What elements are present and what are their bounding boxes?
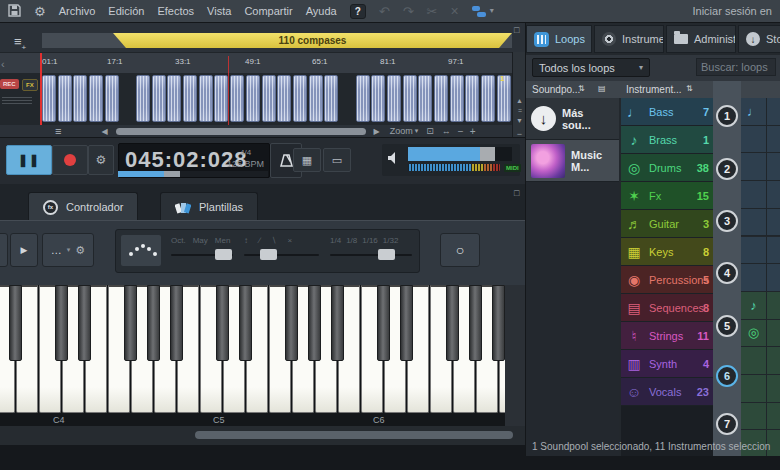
direction-symbol[interactable]: ↕: [244, 236, 248, 245]
tempo-value[interactable]: 125 BPM: [227, 159, 264, 169]
instrument-row-sequences[interactable]: ▤Sequences8: [621, 294, 713, 322]
loop-cell[interactable]: [741, 126, 767, 154]
audio-clip[interactable]: [434, 75, 448, 122]
direction-symbol[interactable]: ∖: [271, 236, 276, 245]
piano-key-black[interactable]: [239, 285, 252, 361]
menu-vista[interactable]: Vista: [207, 5, 231, 17]
audio-clip[interactable]: [481, 75, 495, 122]
soundpool-sort-icon[interactable]: ⇅: [578, 84, 585, 93]
keyboard-hscroll-thumb[interactable]: [195, 431, 513, 439]
record-button[interactable]: [52, 145, 88, 175]
speaker-icon[interactable]: [387, 151, 401, 165]
audio-clip[interactable]: [73, 75, 87, 122]
piano-key-black[interactable]: [377, 285, 390, 361]
audio-clip[interactable]: [183, 75, 197, 122]
preset-dropdown[interactable]: … ▾ ⚙: [42, 233, 94, 267]
arranger-maximize-icon[interactable]: □: [514, 25, 519, 35]
search-input[interactable]: Buscar: loops: [696, 58, 776, 76]
audio-clip[interactable]: [105, 75, 119, 122]
scale-slider[interactable]: [171, 254, 233, 256]
piano-view-button[interactable]: ▦: [293, 148, 321, 172]
piano-key-black[interactable]: [9, 285, 22, 361]
zoom-out-icon[interactable]: −: [458, 126, 464, 137]
instrument-row-vocals[interactable]: ☺Vocals23: [621, 378, 713, 406]
scroll-down-icon[interactable]: ▼: [516, 117, 523, 124]
loop-cell[interactable]: [741, 264, 767, 292]
instrument-row-percussions[interactable]: ◉Percussions5: [621, 266, 713, 294]
audio-clip[interactable]: [262, 75, 276, 122]
notevalue-slider[interactable]: [330, 254, 412, 256]
undo-icon[interactable]: ↶: [379, 5, 390, 18]
piano-key-black[interactable]: [285, 285, 298, 361]
audio-clip[interactable]: [42, 75, 56, 122]
song-progress[interactable]: [118, 171, 268, 177]
help-badge-icon[interactable]: ?: [350, 4, 366, 19]
loop-cell[interactable]: [767, 292, 780, 320]
direction-slider[interactable]: [244, 254, 319, 256]
audio-clip[interactable]: [418, 75, 432, 122]
audio-clip[interactable]: [324, 75, 338, 122]
delete-icon[interactable]: ×: [451, 4, 459, 18]
arrange-windows-icon[interactable]: [472, 6, 486, 17]
loop-cell[interactable]: [767, 320, 780, 348]
fit-view-icon[interactable]: ⊡: [426, 126, 434, 136]
track-fader[interactable]: [2, 97, 32, 104]
tone-number[interactable]: 5: [716, 315, 738, 337]
loop-cell[interactable]: [741, 375, 767, 403]
scale-label[interactable]: Men: [215, 236, 231, 245]
piano-key-black[interactable]: [469, 285, 482, 361]
piano-key-black[interactable]: [55, 285, 68, 361]
piano-key-black[interactable]: [446, 285, 459, 361]
scale-label[interactable]: Oct.: [171, 236, 186, 245]
audio-clip[interactable]: [356, 75, 370, 122]
tab-administrar[interactable]: Administra...: [666, 25, 736, 53]
piano-key-black[interactable]: [147, 285, 160, 361]
timeline-ruler[interactable]: ‹ 01:1 17:1 33:1 49:1 65:1 81:1 97:1: [0, 52, 512, 75]
menu-efectos[interactable]: Efectos: [157, 5, 194, 17]
soundpool-header[interactable]: Soundpo...: [532, 84, 580, 95]
preset-gear-icon[interactable]: ⚙: [75, 244, 85, 257]
settings-gears-icon[interactable]: ⚙: [34, 5, 46, 18]
instrument-row-keys[interactable]: ▦Keys8: [621, 238, 713, 266]
audio-clip[interactable]: [293, 75, 307, 122]
scroll-up-icon[interactable]: ▲: [516, 97, 523, 104]
scroll-left-icon[interactable]: ‹: [1, 58, 5, 70]
tone-number-selected[interactable]: 6: [716, 365, 738, 387]
instruments-header[interactable]: Instrument...: [626, 84, 682, 95]
tab-loops[interactable]: Loops: [526, 25, 592, 53]
direction-symbol[interactable]: ×: [287, 236, 292, 245]
audio-clip[interactable]: [465, 75, 479, 122]
loop-cell[interactable]: [767, 209, 780, 237]
arrange-caret-icon[interactable]: ▾: [490, 7, 494, 15]
tone-number[interactable]: 7: [716, 413, 738, 435]
audio-clip[interactable]: [387, 75, 401, 122]
add-track-icon[interactable]: ≡+: [14, 34, 26, 52]
edge-button[interactable]: [0, 233, 8, 267]
volume-handle[interactable]: [480, 147, 495, 161]
transport-settings-button[interactable]: ⚙: [88, 145, 114, 175]
audio-clip[interactable]: [167, 75, 181, 122]
loop-cell[interactable]: [767, 403, 780, 431]
audio-clip[interactable]: [309, 75, 323, 122]
audio-clip[interactable]: [136, 75, 150, 122]
loop-cell[interactable]: [767, 126, 780, 154]
soundpool-list-icon[interactable]: ▤: [598, 84, 606, 93]
instrument-row-bass[interactable]: ♩Bass7: [621, 98, 713, 126]
fx-button[interactable]: FX: [22, 79, 38, 91]
pause-button[interactable]: ❚❚: [6, 145, 52, 175]
audio-clip[interactable]: [230, 75, 244, 122]
audio-clip[interactable]: [152, 75, 166, 122]
tab-store[interactable]: ↓ Stor...: [738, 25, 780, 53]
note-value-label[interactable]: 1/32: [383, 236, 399, 245]
zoom-caret-icon[interactable]: ▾: [415, 127, 419, 135]
audio-clip[interactable]: [214, 75, 228, 122]
piano-key-black[interactable]: [78, 285, 91, 361]
loops-filter-dropdown[interactable]: Todos los loops ▾: [532, 58, 650, 77]
instrument-row-strings[interactable]: ♮Strings11: [621, 322, 713, 350]
piano-key-black[interactable]: [331, 285, 344, 361]
audio-clip[interactable]: [89, 75, 103, 122]
panel-maximize-icon[interactable]: □: [514, 188, 519, 198]
zoom-in-icon[interactable]: +: [470, 126, 476, 137]
tone-number[interactable]: 2: [716, 158, 738, 180]
audio-clip[interactable]: [199, 75, 213, 122]
